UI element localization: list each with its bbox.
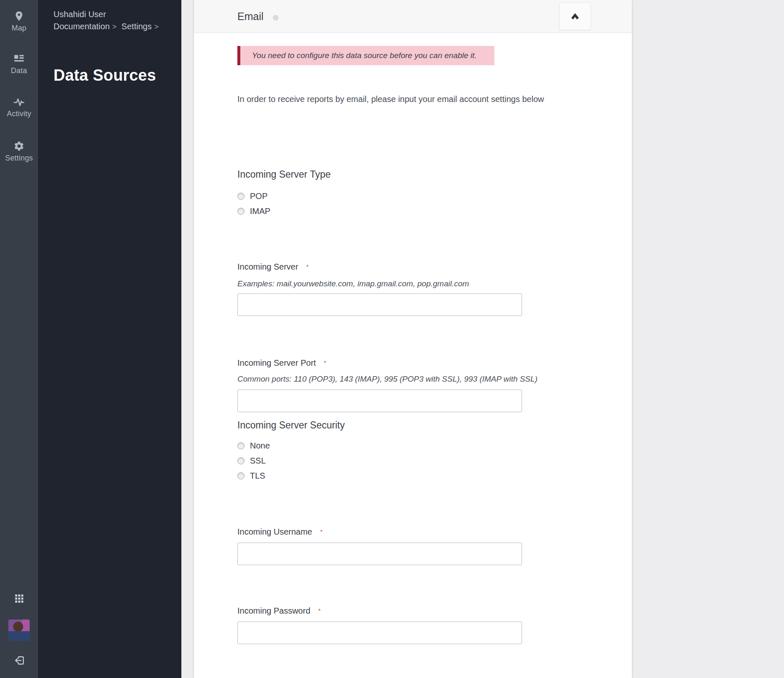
radio-option-imap[interactable]: IMAP [237, 206, 270, 216]
config-warning-message: You need to configure this data source b… [237, 46, 494, 65]
radio-option-pop[interactable]: POP [237, 191, 267, 201]
logout-icon [13, 655, 25, 666]
required-asterisk: * [306, 263, 309, 270]
intro-text: In order to receive reports by email, pl… [237, 94, 597, 105]
required-asterisk: * [320, 528, 323, 535]
incoming-server-label-row: Incoming Server * [237, 262, 308, 272]
radio-pop[interactable] [237, 193, 244, 200]
nav-item-map[interactable]: Map [0, 10, 38, 33]
collapse-panel-button[interactable] [559, 3, 591, 30]
nav-item-data-label: Data [11, 66, 27, 75]
user-avatar[interactable] [8, 619, 30, 641]
incoming-username-label: Incoming Username [237, 527, 312, 537]
nav-rail: Map Data Activity Settings [0, 0, 38, 678]
breadcrumb-link-documentation[interactable]: Ushahidi User Documentation [53, 10, 110, 31]
incoming-username-label-row: Incoming Username * [237, 527, 323, 537]
email-datasource-panel: Email You need to configure this data so… [194, 0, 632, 678]
nav-item-activity-label: Activity [7, 110, 31, 118]
incoming-password-label: Incoming Password [237, 606, 311, 616]
activity-pulse-icon [13, 96, 25, 107]
data-list-icon [13, 53, 25, 64]
page: { "rail": { "items": [ {"label": "Map"},… [0, 0, 784, 678]
incoming-server-hint: Examples: mail.yourwebsite.com, imap.gma… [237, 279, 469, 289]
radio-none-label: None [250, 441, 270, 451]
incoming-server-port-input[interactable] [237, 390, 522, 412]
required-asterisk: * [324, 359, 326, 366]
incoming-server-port-hint: Common ports: 110 (POP3), 143 (IMAP), 99… [237, 374, 537, 384]
radio-option-none[interactable]: None [237, 441, 270, 451]
panel-body: You need to configure this data source b… [194, 33, 632, 678]
radio-imap-label: IMAP [250, 206, 270, 216]
breadcrumb: Ushahidi User Documentation> Settings> [53, 8, 163, 33]
page-title: Data Sources [53, 66, 175, 84]
breadcrumb-separator: > [154, 23, 159, 31]
map-pin-icon [13, 10, 25, 22]
radio-imap[interactable] [237, 208, 244, 215]
settings-sidebar: Ushahidi User Documentation> Settings> D… [38, 0, 181, 678]
incoming-server-port-label-row: Incoming Server Port * [237, 358, 326, 368]
breadcrumb-link-settings[interactable]: Settings [122, 22, 152, 31]
radio-option-tls[interactable]: TLS [237, 471, 265, 481]
nav-item-data[interactable]: Data [0, 53, 38, 75]
panel-header: Email [194, 0, 632, 33]
incoming-username-input[interactable] [237, 543, 522, 565]
radio-ssl[interactable] [237, 457, 244, 464]
radio-option-ssl[interactable]: SSL [237, 456, 266, 466]
nav-item-settings-label: Settings [5, 154, 33, 163]
required-asterisk: * [318, 607, 321, 614]
radio-none[interactable] [237, 442, 244, 449]
incoming-password-input[interactable] [237, 622, 522, 644]
nav-item-map-label: Map [12, 24, 27, 33]
incoming-server-type-heading: Incoming Server Type [237, 168, 331, 180]
incoming-server-input[interactable] [237, 293, 522, 316]
gear-icon [13, 140, 25, 152]
chevron-up-icon [569, 11, 581, 22]
radio-pop-label: POP [250, 191, 267, 201]
radio-tls-label: TLS [250, 471, 265, 481]
nav-item-settings[interactable]: Settings [0, 140, 38, 163]
apps-grid-button[interactable] [0, 593, 38, 604]
apps-grid-icon [14, 593, 25, 604]
nav-item-activity[interactable]: Activity [0, 96, 38, 118]
incoming-server-label: Incoming Server [237, 262, 298, 272]
incoming-server-security-heading: Incoming Server Security [237, 419, 345, 431]
email-enable-toggle[interactable] [273, 15, 278, 20]
radio-ssl-label: SSL [250, 456, 266, 466]
datasource-title: Email [237, 10, 264, 23]
logout-button[interactable] [0, 655, 38, 666]
breadcrumb-separator: > [112, 23, 117, 31]
radio-tls[interactable] [237, 472, 244, 479]
incoming-password-label-row: Incoming Password * [237, 606, 321, 616]
incoming-server-port-label: Incoming Server Port [237, 358, 316, 368]
